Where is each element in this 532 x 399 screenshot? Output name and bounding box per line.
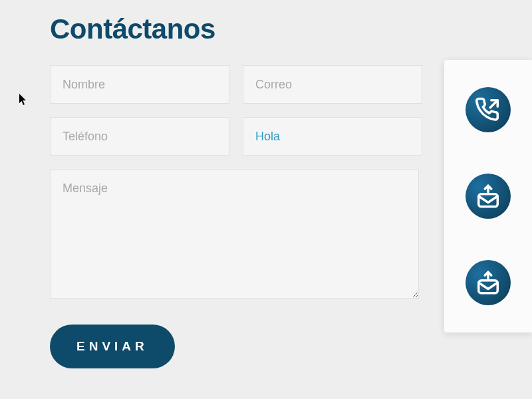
mail-send-icon[interactable] (466, 174, 511, 219)
message-textarea[interactable] (50, 169, 419, 299)
name-input[interactable] (50, 65, 229, 104)
svg-rect-0 (479, 194, 498, 207)
subject-input[interactable] (243, 117, 422, 156)
phone-input[interactable] (50, 117, 229, 156)
submit-button[interactable]: ENVIAR (50, 325, 175, 368)
phone-outgoing-icon[interactable] (466, 87, 511, 132)
svg-rect-1 (479, 281, 498, 293)
email-input[interactable] (243, 65, 422, 104)
page-title: Contáctanos (50, 13, 532, 45)
contact-sidebar (444, 60, 532, 332)
mail-send-icon[interactable] (466, 260, 511, 305)
contact-form: ENVIAR (50, 65, 419, 368)
